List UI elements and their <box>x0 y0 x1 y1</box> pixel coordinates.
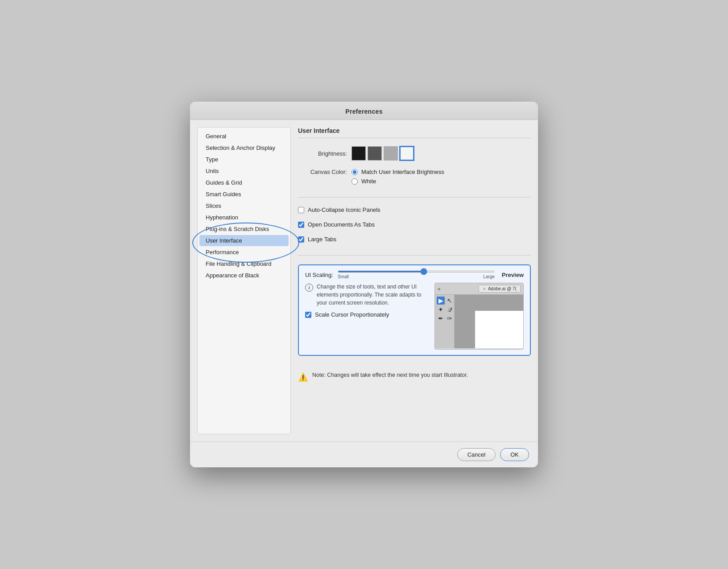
brightness-label: Brightness: <box>298 150 347 157</box>
dialog-footer: Cancel OK <box>190 441 538 467</box>
scale-cursor-row[interactable]: Scale Cursor Proportionately <box>305 311 428 318</box>
dialog-titlebar: Preferences <box>190 102 538 120</box>
sidebar-item-performance[interactable]: Performance <box>199 247 289 258</box>
preview-tools: ▶ ↖ ✦ 𝒬 ✒ ✑ <box>435 295 455 348</box>
preferences-dialog: Preferences GeneralSelection & Anchor Di… <box>190 102 538 467</box>
large-tabs-checkbox[interactable] <box>298 236 304 243</box>
brightness-swatch-light[interactable] <box>400 146 414 161</box>
preview-label: Preview <box>502 272 524 278</box>
canvas-color-white-label: White <box>361 178 376 185</box>
info-row: i Change the size of tools, text and oth… <box>305 283 524 350</box>
preview-content: ▶ ↖ ✦ 𝒬 ✒ ✑ <box>435 295 523 348</box>
sidebar-item-units[interactable]: Units <box>199 165 289 177</box>
large-tabs-row[interactable]: Large Tabs <box>298 236 531 243</box>
note-text: Note: Changes will take effect the next … <box>312 372 468 378</box>
ok-button[interactable]: OK <box>500 448 529 461</box>
preview-tab: ✕ Adobe.ai @ 7( <box>479 285 521 293</box>
lasso-tool-icon: 𝒬 <box>446 305 454 313</box>
canvas-color-match-label: Match User Interface Brightness <box>361 169 444 175</box>
magic-wand-tool-icon: ✦ <box>437 305 445 313</box>
preview-chevron-icon: « <box>438 286 441 292</box>
preview-toolbar: « ✕ Adobe.ai @ 7( <box>435 283 523 295</box>
slider-labels: Small Large <box>338 274 495 279</box>
auto-collapse-row[interactable]: Auto-Collapse Iconic Panels <box>298 206 531 213</box>
main-content: User Interface Brightness: Canvas Color: <box>298 127 531 434</box>
dialog-body: GeneralSelection & Anchor DisplayTypeUni… <box>190 120 538 441</box>
sidebar-item-plug-ins[interactable]: Plug-ins & Scratch Disks <box>199 223 289 235</box>
sidebar-item-file-handling[interactable]: File Handling & Clipboard <box>199 258 289 269</box>
info-icon: i <box>305 284 313 292</box>
preview-tab-title: Adobe.ai @ 7( <box>488 286 517 291</box>
warning-icon: ⚠️ <box>298 372 308 382</box>
scaling-row: UI Scaling: Small Large Preview <box>305 271 524 279</box>
brightness-swatch-medium-dark[interactable] <box>368 146 382 161</box>
brightness-swatches <box>352 146 414 161</box>
canvas-color-row: Canvas Color: Match User Interface Brigh… <box>298 169 531 185</box>
brightness-swatch-dark[interactable] <box>352 146 366 161</box>
preview-canvas-inner <box>475 311 523 348</box>
sidebar-item-hyphenation[interactable]: Hyphenation <box>199 212 289 223</box>
note-row: ⚠️ Note: Changes will take effect the ne… <box>298 372 531 382</box>
canvas-color-match-radio[interactable] <box>352 169 358 175</box>
preview-canvas <box>455 295 523 348</box>
brightness-row: Brightness: <box>298 146 531 161</box>
separator-2 <box>298 255 531 256</box>
canvas-color-white-radio[interactable] <box>352 178 358 185</box>
canvas-color-options: Match User Interface Brightness White <box>352 169 444 185</box>
slider-small-label: Small <box>338 274 349 279</box>
large-tabs-label: Large Tabs <box>308 236 336 243</box>
section-title: User Interface <box>298 127 531 138</box>
ui-scaling-label: UI Scaling: <box>305 272 333 278</box>
canvas-color-match-option[interactable]: Match User Interface Brightness <box>352 169 444 175</box>
open-docs-tabs-label: Open Documents As Tabs <box>308 221 375 228</box>
cancel-button[interactable]: Cancel <box>457 448 496 461</box>
pen-alt-tool-icon: ✑ <box>446 314 454 322</box>
dialog-title: Preferences <box>199 108 529 115</box>
info-text-box: i Change the size of tools, text and oth… <box>305 283 428 350</box>
preview-box: « ✕ Adobe.ai @ 7( ▶ ↖ ✦ 𝒬 <box>434 283 524 350</box>
sidebar-item-selection-anchor[interactable]: Selection & Anchor Display <box>199 142 289 153</box>
scale-cursor-label: Scale Cursor Proportionately <box>315 311 389 318</box>
open-docs-tabs-checkbox[interactable] <box>298 222 304 228</box>
sidebar-item-smart-guides[interactable]: Smart Guides <box>199 189 289 200</box>
canvas-color-label: Canvas Color: <box>298 169 347 175</box>
brightness-swatch-medium-light[interactable] <box>384 146 398 161</box>
canvas-color-white-option[interactable]: White <box>352 178 444 185</box>
preview-tab-close-icon: ✕ <box>483 287 486 291</box>
sidebar-item-general[interactable]: General <box>199 131 289 142</box>
auto-collapse-checkbox[interactable] <box>298 207 304 213</box>
auto-collapse-label: Auto-Collapse Iconic Panels <box>308 206 381 213</box>
select-tool-icon: ▶ <box>437 297 445 305</box>
slider-large-label: Large <box>483 274 495 279</box>
sidebar-item-guides-grid[interactable]: Guides & Grid <box>199 177 289 188</box>
sidebar-item-slices[interactable]: Slices <box>199 200 289 211</box>
ui-scaling-box: UI Scaling: Small Large Preview i <box>298 264 531 356</box>
direct-select-tool-icon: ↖ <box>446 297 454 305</box>
sidebar-item-type[interactable]: Type <box>199 154 289 165</box>
scale-cursor-checkbox[interactable] <box>305 312 311 318</box>
pen-tool-icon: ✒ <box>437 314 445 322</box>
separator-1 <box>298 197 531 198</box>
sidebar-item-appearance-black[interactable]: Appearance of Black <box>199 270 289 281</box>
sidebar-item-user-interface[interactable]: User Interface <box>199 235 289 246</box>
sidebar: GeneralSelection & Anchor DisplayTypeUni… <box>197 127 291 434</box>
slider-container: Small Large <box>338 271 495 279</box>
ui-scaling-slider[interactable] <box>338 271 495 272</box>
info-description: Change the size of tools, text and other… <box>317 283 428 307</box>
open-docs-tabs-row[interactable]: Open Documents As Tabs <box>298 221 531 228</box>
